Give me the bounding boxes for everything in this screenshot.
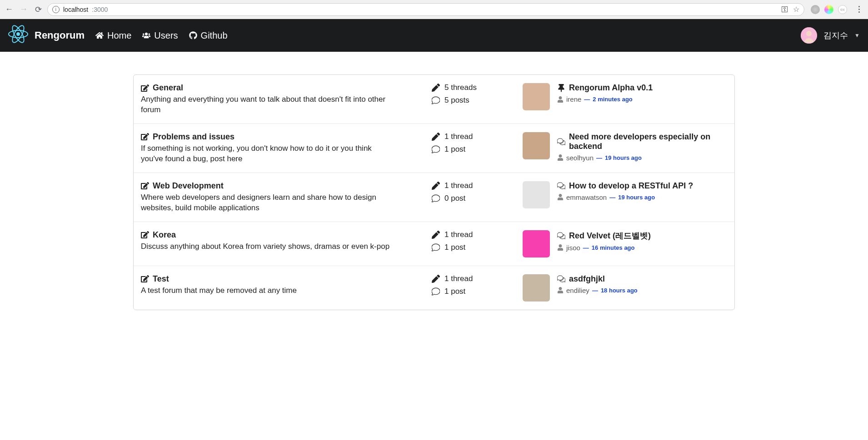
last-post-time: 19 hours ago <box>605 154 642 161</box>
post-count: 1 post <box>444 243 465 252</box>
forum-description: Where web developers and designers learn… <box>141 193 395 213</box>
edit-icon <box>141 275 149 283</box>
dash: — <box>584 96 590 103</box>
pin-icon <box>557 84 565 92</box>
star-icon[interactable]: ☆ <box>793 5 799 14</box>
forum-name: General <box>153 83 183 93</box>
comment-icon <box>432 194 440 203</box>
thread-count: 1 thread <box>444 274 473 283</box>
url-host: localhost <box>63 6 88 13</box>
forum-row[interactable]: Test A test forum that may be removed at… <box>134 266 734 310</box>
forum-description: Discuss anything about Korea from variet… <box>141 242 395 252</box>
last-post-title: Rengorum Alpha v0.1 <box>569 83 653 93</box>
brand-label: Rengorum <box>35 30 85 41</box>
extension-icon[interactable]: ex <box>838 5 847 14</box>
browser-back-button[interactable]: ← <box>4 4 15 15</box>
user-icon <box>557 96 564 103</box>
last-post-user: endiliey <box>566 287 589 294</box>
user-icon <box>557 194 564 200</box>
url-bar[interactable]: i localhost:3000 ⚿ ☆ <box>47 3 804 16</box>
navbar: Rengorum Home Users Github 김지수 ▼ <box>0 19 868 52</box>
last-post-time: 16 minutes ago <box>592 244 635 251</box>
url-port: :3000 <box>92 6 108 13</box>
forum-list: General Anything and everything you want… <box>133 74 735 310</box>
extension-icons: ex <box>808 5 850 14</box>
user-menu[interactable]: 김지수 ▼ <box>801 27 860 44</box>
extension-icon[interactable] <box>811 5 820 14</box>
browser-chrome: ← → ⟳ i localhost:3000 ⚿ ☆ ex <box>0 0 868 19</box>
last-post-avatar <box>523 132 550 159</box>
thread-count: 1 thread <box>444 181 473 190</box>
dash: — <box>592 287 598 294</box>
extension-icon[interactable] <box>824 5 833 14</box>
last-post-title: Need more developers especially on backe… <box>569 132 727 151</box>
comment-icon <box>432 287 440 296</box>
forum-name: Korea <box>153 230 176 240</box>
comments-icon <box>557 182 565 190</box>
last-post-time: 19 hours ago <box>618 194 655 201</box>
user-name: 김지수 <box>823 30 848 41</box>
dash: — <box>609 194 615 201</box>
svg-point-5 <box>806 31 812 36</box>
forum-row[interactable]: Korea Discuss anything about Korea from … <box>134 222 734 266</box>
pencil-icon <box>432 133 440 141</box>
forum-name: Web Development <box>153 181 224 191</box>
last-post-time: 18 hours ago <box>601 287 638 294</box>
last-post-time: 2 minutes ago <box>593 96 632 103</box>
pencil-icon <box>432 182 440 190</box>
forum-name: Problems and issues <box>153 132 234 142</box>
pencil-icon <box>432 84 440 92</box>
comment-icon <box>432 96 440 104</box>
edit-icon <box>141 182 149 190</box>
last-post-user: irene <box>566 95 581 103</box>
users-icon <box>142 31 150 40</box>
comment-icon <box>432 243 440 252</box>
post-count: 1 post <box>444 145 465 154</box>
forum-description: If something is not working, you don't k… <box>141 143 395 164</box>
avatar <box>801 27 817 44</box>
nav-link-users[interactable]: Users <box>142 30 178 41</box>
react-logo-icon <box>8 24 28 47</box>
thread-count: 5 threads <box>444 83 477 92</box>
user-icon <box>557 287 564 293</box>
nav-link-home[interactable]: Home <box>95 30 131 41</box>
last-post-user: emmawatson <box>566 193 607 201</box>
last-post-user: seolhyun <box>566 154 594 162</box>
forum-row[interactable]: Web Development Where web developers and… <box>134 173 734 222</box>
brand[interactable]: Rengorum <box>8 24 85 47</box>
dash: — <box>596 154 602 161</box>
browser-reload-button[interactable]: ⟳ <box>33 4 44 15</box>
last-post-title: Red Velvet (레드벨벳) <box>569 230 651 241</box>
last-post-avatar <box>523 181 550 208</box>
dash: — <box>583 244 589 251</box>
forum-description: A test forum that may be removed at any … <box>141 286 395 296</box>
main-container: General Anything and everything you want… <box>130 74 738 310</box>
nav-link-github[interactable]: Github <box>189 30 228 41</box>
forum-row[interactable]: Problems and issues If something is not … <box>134 124 734 173</box>
edit-icon <box>141 133 149 141</box>
browser-forward-button[interactable]: → <box>18 4 29 15</box>
user-icon <box>557 154 564 161</box>
edit-icon <box>141 84 149 92</box>
comments-icon <box>557 138 565 146</box>
forum-row[interactable]: General Anything and everything you want… <box>134 75 734 124</box>
comment-icon <box>432 145 440 153</box>
edit-icon <box>141 231 149 239</box>
thread-count: 1 thread <box>444 132 473 141</box>
chevron-down-icon: ▼ <box>854 32 860 39</box>
pencil-icon <box>432 275 440 283</box>
home-icon <box>95 31 104 40</box>
last-post-avatar <box>523 83 550 110</box>
last-post-title: asdfghjkl <box>569 274 605 284</box>
last-post-avatar <box>523 274 550 302</box>
nav-links: Home Users Github <box>95 30 228 41</box>
svg-point-0 <box>16 32 20 36</box>
nav-link-label: Users <box>154 30 178 41</box>
post-count: 1 post <box>444 287 465 296</box>
browser-menu-button[interactable] <box>853 6 864 13</box>
info-icon: i <box>52 6 60 13</box>
last-post-title: How to develop a RESTful API ? <box>569 181 693 191</box>
key-icon[interactable]: ⚿ <box>781 5 788 14</box>
last-post-user: jisoo <box>566 244 580 252</box>
nav-link-label: Home <box>107 30 131 41</box>
